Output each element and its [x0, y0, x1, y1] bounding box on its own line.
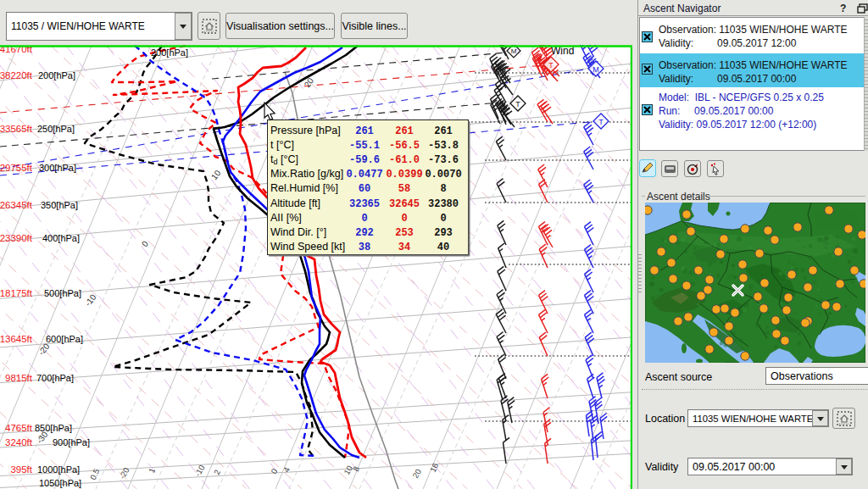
svg-text:M: M: [511, 47, 517, 55]
svg-text:38: 38: [359, 242, 370, 253]
svg-text:0: 0: [401, 213, 407, 225]
svg-text:300[hPa]: 300[hPa]: [39, 163, 76, 173]
svg-text:0.0477: 0.0477: [346, 169, 382, 181]
svg-text:32365: 32365: [349, 198, 380, 210]
svg-text:40: 40: [437, 242, 449, 253]
svg-text:Mix.Ratio [g/kg]: Mix.Ratio [g/kg]: [270, 168, 343, 180]
svg-text:T: T: [515, 100, 520, 108]
svg-text:Pressure [hPa]: Pressure [hPa]: [270, 125, 341, 136]
svg-text:58: 58: [398, 183, 410, 195]
svg-text:-55.1: -55.1: [349, 140, 380, 152]
svg-text:1050[hPa]: 1050[hPa]: [39, 478, 81, 488]
svg-text:-53.8: -53.8: [428, 140, 459, 152]
svg-text:29755ft: 29755ft: [0, 163, 33, 173]
svg-text:500[hPa]: 500[hPa]: [44, 288, 81, 298]
svg-text:18175ft: 18175ft: [0, 288, 33, 298]
svg-text:292: 292: [355, 227, 374, 239]
svg-text:32380: 32380: [428, 198, 459, 210]
svg-text:261: 261: [434, 125, 453, 137]
svg-text:700[hPa]: 700[hPa]: [36, 373, 74, 383]
svg-text:400[hPa]: 400[hPa]: [42, 233, 80, 243]
svg-text:Rel.Humid [%]: Rel.Humid [%]: [270, 182, 338, 194]
svg-text:3240ft: 3240ft: [5, 437, 33, 447]
svg-text:Wind Speed [kt]: Wind Speed [kt]: [270, 241, 345, 253]
svg-text:38220ft: 38220ft: [0, 70, 33, 81]
svg-text:600[hPa]: 600[hPa]: [46, 334, 83, 344]
svg-text:-59.6: -59.6: [349, 154, 380, 166]
svg-text:395ft: 395ft: [10, 464, 32, 475]
svg-text:-61.0: -61.0: [389, 154, 420, 166]
svg-text:T: T: [548, 61, 554, 69]
svg-text:0: 0: [440, 213, 446, 225]
svg-text:8: 8: [440, 183, 446, 195]
svg-text:293: 293: [434, 227, 453, 239]
svg-text:32645: 32645: [389, 198, 420, 210]
svg-text:23390ft: 23390ft: [0, 233, 33, 243]
svg-text:1000[hPa]: 1000[hPa]: [37, 464, 80, 475]
svg-text:26345ft: 26345ft: [0, 200, 33, 210]
svg-text:0.0399: 0.0399: [386, 169, 422, 181]
svg-text:350[hPa]: 350[hPa]: [41, 200, 78, 210]
svg-text:34: 34: [398, 242, 410, 253]
svg-text:t [°C]: t [°C]: [270, 139, 294, 151]
svg-text:261: 261: [395, 125, 414, 137]
svg-text:AII [%]: AII [%]: [270, 212, 302, 224]
svg-text:253: 253: [395, 227, 414, 239]
svg-text:200[hPa]: 200[hPa]: [151, 47, 188, 58]
svg-text:250[hPa]: 250[hPa]: [37, 124, 75, 134]
svg-text:60: 60: [359, 183, 370, 195]
svg-text:33565ft: 33565ft: [0, 124, 33, 134]
svg-text:200[hPa]: 200[hPa]: [38, 70, 75, 81]
svg-text:4765ft: 4765ft: [5, 423, 33, 433]
svg-text:M: M: [593, 65, 599, 74]
svg-text:0: 0: [361, 213, 367, 225]
svg-text:-56.5: -56.5: [389, 140, 420, 152]
svg-text:-73.6: -73.6: [428, 154, 459, 166]
svg-text:Wind Dir. [°]: Wind Dir. [°]: [270, 226, 326, 238]
svg-text:13645ft: 13645ft: [0, 334, 33, 344]
svg-text:261: 261: [355, 125, 374, 137]
svg-text:Altitude [ft]: Altitude [ft]: [270, 197, 320, 209]
svg-text:0.0070: 0.0070: [425, 169, 461, 181]
svg-text:T: T: [598, 118, 604, 126]
svg-text:9815ft: 9815ft: [5, 373, 33, 383]
svg-text:900[hPa]: 900[hPa]: [53, 437, 90, 447]
